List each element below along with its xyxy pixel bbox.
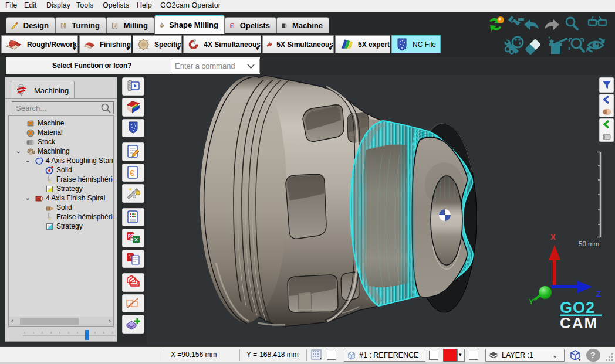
svg-text:Z: Z (596, 290, 601, 298)
svg-text:X: X (134, 237, 138, 243)
svg-text:CAM: CAM (560, 314, 598, 332)
svg-text:Y: Y (529, 297, 534, 306)
svg-text:€: € (130, 168, 135, 178)
svg-text:X: X (550, 233, 556, 241)
svg-text:50 mm: 50 mm (579, 240, 599, 247)
